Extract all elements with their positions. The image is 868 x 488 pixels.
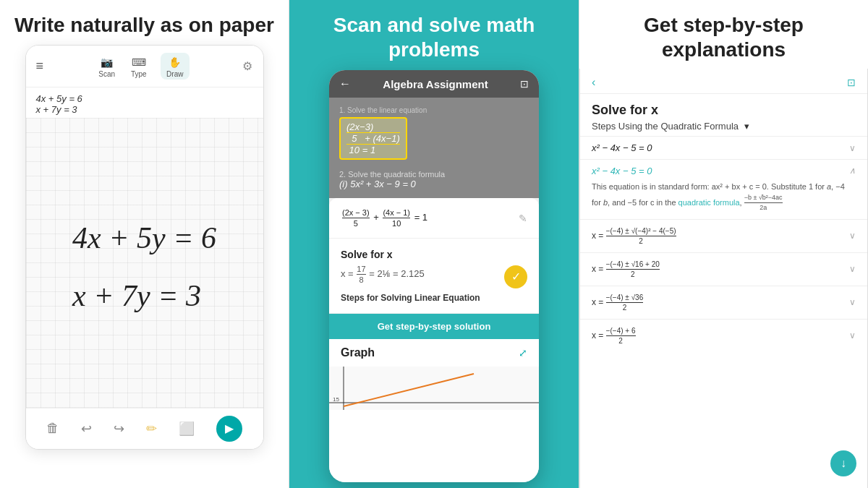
phone2-top-bar: ← Algebra Assignment ⊡ — [329, 70, 539, 98]
graph-title: Graph — [341, 346, 375, 359]
frac2-divider — [346, 144, 400, 145]
handwriting-canvas[interactable]: 4x + 5y = 6 x + 7y = 3 — [26, 118, 263, 408]
col2-scan: Scan and solve math problems ← Algebra A… — [289, 0, 579, 488]
col3-steps: Get step-by-step explanations ‹ ⊡ Solve … — [579, 0, 868, 488]
svg-line-5 — [344, 374, 474, 406]
frac-left: (2x − 3) 5 — [342, 208, 370, 228]
step-expanded-2: x² − 4x − 5 = 0 ∧ This equation is in st… — [580, 159, 867, 219]
col3-heading: Get step-by-step explanations — [594, 13, 854, 61]
phone-mockup-write: ≡ 📷 Scan ⌨ Type ✋ Draw ⚙ — [25, 45, 264, 450]
type-button[interactable]: ⌨ Type — [129, 54, 149, 78]
dropdown-arrow-icon[interactable]: ▾ — [744, 121, 749, 132]
phone3-bookmark-icon[interactable]: ⊡ — [847, 77, 856, 88]
formula-label: Steps Using the Quadratic Formula — [592, 121, 739, 132]
solve-card: Solve for x x = 17 8 = 2⅛ = 2.125 ✓ Step… — [329, 239, 539, 314]
draw-button[interactable]: ✋ Draw — [161, 53, 190, 80]
scan-button[interactable]: 📷 Scan — [97, 54, 117, 78]
step-row-3[interactable]: x = −(−4) ± √(−4)² − 4(−5) 2 ∨ — [580, 219, 867, 252]
step-chevron-6: ∨ — [849, 330, 856, 341]
graph-card: Graph ⤢ — [329, 339, 539, 367]
graph-svg: 15 — [329, 367, 539, 410]
col1-write: Write naturally as on paper ≡ 📷 Scan ⌨ T… — [0, 0, 289, 488]
undo-icon[interactable]: ↩ — [81, 421, 92, 437]
solve-header: Solve for x Steps Using the Quadratic Fo… — [580, 94, 867, 136]
step-chevron-3: ∨ — [849, 231, 856, 241]
step-eq-5: x = −(−4) ± √36 2 — [592, 294, 643, 312]
phone2-cards: (2x − 3) 5 + (4x − 1) 10 = 1 ✎ — [329, 198, 539, 482]
phone3-back-button[interactable]: ‹ — [592, 76, 595, 89]
equations-small: 4x + 5y = 6 x + 7y = 3 — [26, 87, 263, 118]
send-button[interactable]: ▶ — [216, 416, 242, 442]
redo-icon[interactable]: ↪ — [114, 421, 124, 437]
settings-icon[interactable]: ⚙ — [242, 59, 252, 73]
solve-header-title: Solve for x — [592, 103, 856, 118]
fraction-card: (2x − 3) 5 + (4x − 1) 10 = 1 ✎ — [329, 198, 539, 239]
pencil-icon[interactable]: ✏ — [146, 421, 157, 437]
edit-icon[interactable]: ✎ — [519, 213, 527, 224]
svg-text:4x + 5y = 6: 4x + 5y = 6 — [72, 221, 216, 254]
handwriting-svg: 4x + 5y = 6 x + 7y = 3 — [58, 201, 231, 324]
step-eq-3: x = −(−4) ± √(−4)² − 4(−5) 2 — [592, 227, 676, 245]
step-eq-6: x = −(−4) + 6 2 — [592, 327, 636, 345]
step-row-4[interactable]: x = −(−4) ± √16 + 20 2 ∨ — [580, 252, 867, 286]
steps-link[interactable]: Steps for Solving Linear Equation — [341, 293, 527, 303]
step-eq-1: x² − 4x − 5 = 0 — [592, 142, 652, 153]
solve-equation: x = 17 8 = 2⅛ = 2.125 — [341, 265, 425, 284]
formula-row: Steps Using the Quadratic Formula ▾ — [592, 121, 856, 132]
solve-frac: 17 8 — [357, 265, 365, 284]
expand-icon[interactable]: ⤢ — [519, 347, 527, 359]
step-description: This equation is in standard form: ax² +… — [592, 181, 856, 213]
handwritten-equations: 4x + 5y = 6 x + 7y = 3 — [58, 201, 231, 324]
check-icon: ✓ — [504, 265, 527, 288]
solve-title: Solve for x — [341, 249, 527, 260]
toolbar-icons: 📷 Scan ⌨ Type ✋ Draw — [97, 53, 190, 80]
col1-heading: Write naturally as on paper — [14, 13, 274, 38]
phone3-top: ‹ ⊡ — [580, 69, 867, 94]
bookmark-icon[interactable]: ⊡ — [520, 78, 529, 90]
main-container: Write naturally as on paper ≡ 📷 Scan ⌨ T… — [0, 0, 868, 488]
svg-text:15: 15 — [333, 396, 339, 403]
step-row-1[interactable]: x² − 4x − 5 = 0 ∨ — [580, 136, 867, 159]
trash-icon[interactable]: 🗑 — [46, 421, 59, 436]
phone-bottom-bar: 🗑 ↩ ↪ ✏ ⬜ ▶ — [26, 408, 263, 449]
problem2-equation: (i) 5x² + 3x − 9 = 0 — [339, 179, 529, 189]
scroll-down-button[interactable]: ↓ — [830, 450, 856, 476]
col1-header: Write naturally as on paper — [0, 0, 289, 45]
fraction-display: (2x − 3) 5 + (4x − 1) 10 = 1 ✎ — [341, 208, 527, 228]
collapse-chevron[interactable]: ∧ — [849, 166, 856, 176]
draw-icon: ✋ — [165, 54, 185, 70]
problem1-equation: (2x−3) 5 + (4x−1) 10 = 1 — [339, 117, 407, 160]
sidebar-icon[interactable]: ≡ — [36, 59, 44, 74]
col3-inner: ‹ ⊡ Solve for x Steps Using the Quadrati… — [579, 69, 868, 488]
back-button[interactable]: ← — [339, 77, 351, 90]
graph-preview: 15 — [329, 367, 539, 410]
camera-icon: 📷 — [97, 54, 117, 70]
step-chevron-1: ∨ — [849, 143, 856, 153]
frac2-num: (4x−1) — [373, 133, 400, 144]
step-row-5[interactable]: x = −(−4) ± √36 2 ∨ — [580, 286, 867, 319]
get-steps-button[interactable]: Get step-by-step solution — [329, 314, 539, 339]
problem1-label: 1. Solve the linear equation — [339, 106, 529, 114]
photo-area: 1. Solve the linear equation (2x−3) 5 + … — [329, 98, 539, 198]
step-chevron-4: ∨ — [849, 264, 856, 274]
phone-mockup-steps: ‹ ⊡ Solve for x Steps Using the Quadrati… — [579, 69, 868, 488]
algebra-assignment-title: Algebra Assignment — [358, 78, 513, 90]
frac1-num: (2x−3) — [346, 121, 373, 132]
step-expanded-eq-2: x² − 4x − 5 = 0 ∧ — [592, 166, 856, 176]
col2-heading: Scan and solve math problems — [304, 13, 564, 61]
phone-mockup-scan: ← Algebra Assignment ⊡ 1. Solve the line… — [329, 70, 539, 482]
solve-row: x = 17 8 = 2⅛ = 2.125 ✓ — [341, 265, 527, 288]
keyboard-icon: ⌨ — [129, 54, 149, 70]
frac-right: (4x − 1) 10 — [383, 208, 410, 228]
col3-header: Get step-by-step explanations — [579, 0, 868, 69]
quadratic-formula-link[interactable]: quadratic formula — [678, 197, 740, 206]
phone-toolbar: ≡ 📷 Scan ⌨ Type ✋ Draw ⚙ — [26, 46, 263, 87]
eraser-icon[interactable]: ⬜ — [179, 421, 195, 437]
step-eq-4: x = −(−4) ± √16 + 20 2 — [592, 260, 660, 278]
col2-header: Scan and solve math problems — [289, 0, 579, 69]
fraction-expression: (2x − 3) 5 + (4x − 1) 10 = 1 — [341, 208, 427, 228]
svg-text:x + 7y = 3: x + 7y = 3 — [72, 279, 201, 312]
step-row-6[interactable]: x = −(−4) + 6 2 ∨ — [580, 319, 867, 352]
problem2-label: 2. Solve the quadratic formula — [339, 170, 529, 179]
step-chevron-5: ∨ — [849, 297, 856, 307]
